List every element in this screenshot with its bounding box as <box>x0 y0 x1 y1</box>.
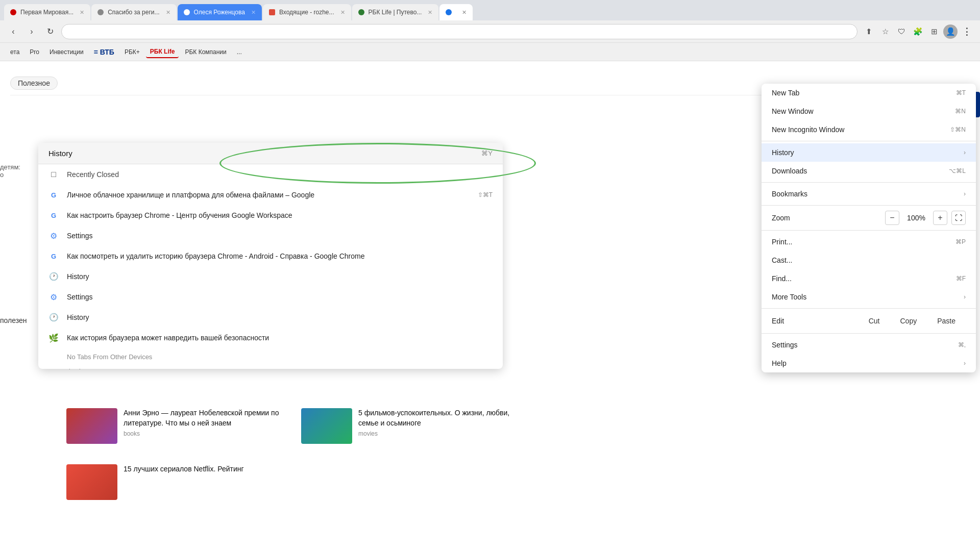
zoom-fullscreen-button[interactable]: ⛶ <box>951 211 966 225</box>
tab-close-3[interactable]: ✕ <box>251 9 256 16</box>
google-icon-3: G <box>48 251 59 261</box>
menu-item-downloads[interactable]: Downloads ⌥⌘L <box>762 162 976 180</box>
menu-item-cast[interactable]: Cast... <box>762 251 976 269</box>
article-info-2: 5 фильмов-успокоительных. О жизни, любви… <box>358 408 526 444</box>
forward-button[interactable]: › <box>24 24 39 39</box>
tab-close-4[interactable]: ✕ <box>340 9 345 16</box>
history-item-2[interactable]: ⚙ Settings <box>38 226 503 246</box>
tab-close-1[interactable]: ✕ <box>80 9 84 16</box>
menu-item-new-tab[interactable]: New Tab ⌘T <box>762 84 976 102</box>
article-cat-1: books <box>124 430 291 437</box>
menu-item-bookmarks[interactable]: Bookmarks › <box>762 185 976 203</box>
refresh-button[interactable]: ↻ <box>43 24 57 39</box>
zoom-control: Zoom − 100% + ⛶ <box>762 208 976 228</box>
tab-search-icon-button[interactable]: ⊞ <box>927 24 941 39</box>
history-item-7[interactable]: 🌿 Как история браузера может навредить в… <box>38 328 503 348</box>
shield-icon-button[interactable]: 🛡 <box>894 24 909 39</box>
menu-item-help[interactable]: Help › <box>762 354 976 372</box>
menu-shortcut-find: ⌘F <box>956 275 966 282</box>
menu-label-more-tools: More Tools <box>772 293 955 301</box>
article-card-2[interactable]: 5 фильмов-успокоительных. О жизни, любви… <box>301 408 526 444</box>
edit-label: Edit <box>772 317 859 325</box>
menu-shortcut-new-tab: ⌘T <box>956 89 966 96</box>
menu-label-cast: Cast... <box>772 256 966 264</box>
history-icon-6: 🕐 <box>48 312 59 322</box>
bookmarks-bar: ета Pro Инвестиции = ВТБ РБК+ РБК Life Р… <box>0 43 980 61</box>
tab-close-2[interactable]: ✕ <box>166 9 170 16</box>
history-item-label-4: History <box>67 272 493 281</box>
menu-shortcut-new-window: ⌘N <box>955 108 966 115</box>
menu-shortcut-incognito: ⇧⌘N <box>950 126 966 133</box>
article-cat-2: movies <box>358 430 526 437</box>
nav-item-useful[interactable]: Полезное <box>10 77 58 90</box>
bookmark-label-investicii: Инвестиции <box>50 48 84 56</box>
history-item-3[interactable]: G Как посмотреть и удалить историю брауз… <box>38 246 503 266</box>
back-button[interactable]: ‹ <box>6 24 20 39</box>
bookmark-item-rbkcompanies[interactable]: РБК Компании <box>181 46 230 58</box>
rbk-icon-7: 🌿 <box>48 333 59 343</box>
menu-arrow-more-tools: › <box>964 293 966 300</box>
bookmark-item-rbkplus[interactable]: РБК+ <box>120 46 144 58</box>
tab-favicon-4 <box>269 9 275 15</box>
paste-button[interactable]: Paste <box>927 314 966 328</box>
history-item-0[interactable]: G Личное облачное хранилище и платформа … <box>38 185 503 205</box>
menu-label-settings: Settings <box>772 341 954 349</box>
tab-close-5[interactable]: ✕ <box>428 9 432 16</box>
tab-favicon-3 <box>184 9 190 15</box>
chrome-menu-button[interactable]: ⋮ <box>960 24 974 39</box>
history-item-recently-closed[interactable]: □ Recently Closed <box>38 164 503 185</box>
tab-favicon-6 <box>446 9 452 15</box>
history-item-label-recently: Recently Closed <box>67 170 493 179</box>
history-item-4[interactable]: 🕐 History <box>38 266 503 287</box>
menu-item-history[interactable]: History › <box>762 143 976 162</box>
bookmark-item-more[interactable]: ... <box>233 46 246 58</box>
history-item-5[interactable]: ⚙ Settings <box>38 287 503 307</box>
article-card-3[interactable]: 15 лучших сериалов Netflix. Рейтинг <box>66 464 291 500</box>
article-img-1 <box>66 408 117 444</box>
menu-item-find[interactable]: Find... ⌘F <box>762 269 976 288</box>
tab-1[interactable]: Первая Мировая... ✕ <box>4 4 90 20</box>
google-icon-1: G <box>48 210 59 220</box>
bookmark-label-pro: Pro <box>30 48 39 56</box>
article-card-1[interactable]: Анни Эрно — лауреат Нобелевской премии п… <box>66 408 291 444</box>
extension-icon-button[interactable]: 🧩 <box>911 24 925 39</box>
bookmark-item-pro[interactable]: Pro <box>26 46 43 58</box>
address-bar[interactable] <box>61 24 857 39</box>
nav-icons-right: ⬆ ☆ 🛡 🧩 ⊞ 👤 ⋮ <box>862 24 974 39</box>
copy-button[interactable]: Copy <box>890 314 927 328</box>
menu-arrow-history: › <box>964 149 966 156</box>
bookmark-item-eta[interactable]: ета <box>6 46 23 58</box>
share-icon-button[interactable]: ⬆ <box>862 24 876 39</box>
bookmark-item-vtb[interactable]: = ВТБ <box>90 46 118 58</box>
avatar-icon-button[interactable]: 👤 <box>943 24 958 39</box>
zoom-in-button[interactable]: + <box>933 211 947 225</box>
article-grid: Анни Эрно — лауреат Нобелевской премии п… <box>66 408 526 500</box>
menu-arrow-bookmarks: › <box>964 190 966 197</box>
bookmark-item-investicii[interactable]: Инвестиции <box>45 46 88 58</box>
bookmark-icon-button[interactable]: ☆ <box>878 24 892 39</box>
menu-item-settings[interactable]: Settings ⌘, <box>762 336 976 354</box>
menu-label-print: Print... <box>772 238 951 246</box>
tab-6[interactable]: ✕ <box>439 4 473 20</box>
history-item-label-1: Как настроить браузер Chrome - Центр обу… <box>67 211 493 219</box>
tab-4[interactable]: Входящие - rozhe... ✕ <box>263 4 351 20</box>
menu-divider-5 <box>762 308 976 309</box>
tab-5[interactable]: РБК Life | Путево... ✕ <box>352 4 439 20</box>
bookmark-label-eta: ета <box>10 48 19 56</box>
menu-item-new-window[interactable]: New Window ⌘N <box>762 102 976 120</box>
tab-2[interactable]: Спасибо за реги... ✕ <box>91 4 176 20</box>
history-item-1[interactable]: G Как настроить браузер Chrome - Центр о… <box>38 205 503 226</box>
bookmark-item-rbklife[interactable]: РБК Life <box>146 46 179 58</box>
zoom-out-button[interactable]: − <box>885 211 899 225</box>
menu-item-incognito[interactable]: New Incognito Window ⇧⌘N <box>762 120 976 139</box>
article-img-2 <box>301 408 352 444</box>
tab-3[interactable]: Олеся Роженцова ✕ <box>178 4 262 20</box>
bookmark-label-rbkplus: РБК+ <box>125 48 140 56</box>
tab-close-6[interactable]: ✕ <box>462 9 467 16</box>
tab-bar: Первая Мировая... ✕ Спасибо за реги... ✕… <box>0 0 980 20</box>
history-item-6[interactable]: 🕐 History <box>38 307 503 328</box>
history-item-label-3: Как посмотреть и удалить историю браузер… <box>67 252 493 260</box>
menu-item-print[interactable]: Print... ⌘P <box>762 233 976 251</box>
cut-button[interactable]: Cut <box>859 314 890 328</box>
menu-item-more-tools[interactable]: More Tools › <box>762 288 976 306</box>
